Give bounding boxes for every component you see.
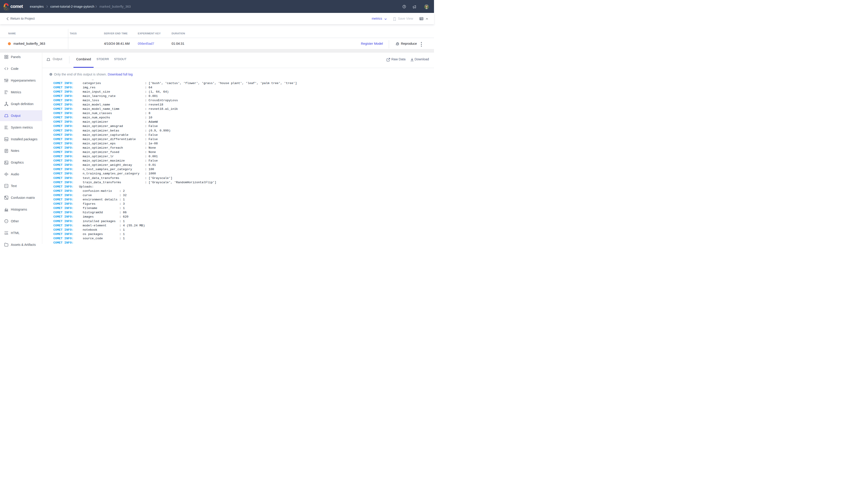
svg-text:T: T [6, 186, 7, 187]
svg-text:Py: Py [5, 138, 7, 140]
svg-text:HTML: HTML [4, 232, 8, 234]
